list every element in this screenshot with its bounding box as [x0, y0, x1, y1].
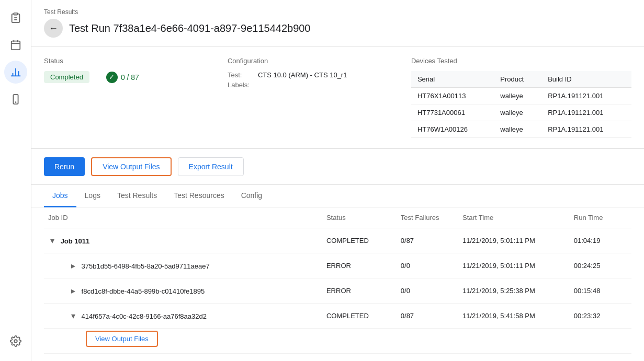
svg-point-13 [14, 340, 17, 343]
table-row: ▸ f8cd1c8f-dbbe-44a5-899b-c01410fe1895 E… [44, 278, 631, 304]
job-failures: 0/0 [397, 253, 458, 278]
tab-jobs[interactable]: Jobs [44, 185, 76, 207]
clipboard-icon[interactable] [4, 6, 27, 29]
job-id-cell: ▸ f8cd1c8f-dbbe-44a5-899b-c01410fe1895 [44, 278, 322, 304]
inner-view-output-button[interactable]: View Output Files [86, 331, 158, 347]
job-id-cell: ▾ 414f657a-4c0c-42c8-9166-aa76f8aa32d2 [44, 304, 322, 329]
info-section: Status Completed ✓ 0 / 87 Configuration … [31, 46, 644, 149]
job-status: ERROR [322, 278, 397, 304]
back-button[interactable]: ← [44, 19, 63, 38]
job-run-time: 01:04:19 [570, 228, 631, 253]
device-product: walleye [494, 88, 541, 104]
expand-button[interactable]: ▸ [69, 260, 77, 272]
job-start-time: 11/21/2019, 5:25:38 PM [458, 278, 570, 304]
expand-button[interactable]: ▸ [69, 285, 77, 297]
settings-icon[interactable] [4, 330, 27, 353]
devices-col: Devices Tested Serial Product Build ID H… [411, 57, 631, 138]
inner-view-row: View Output Files [44, 329, 631, 354]
device-serial: HT76X1A00113 [411, 88, 494, 104]
table-row: ▾ 414f657a-4c0c-42c8-9166-aa76f8aa32d2 C… [44, 304, 631, 329]
status-col: Status Completed ✓ 0 / 87 [44, 57, 228, 138]
calendar-icon[interactable] [4, 33, 27, 56]
check-icon: ✓ [106, 72, 118, 83]
devices-table: Serial Product Build ID HT76X1A00113 wal… [411, 71, 631, 138]
action-buttons: Rerun View Output Files Export Result [31, 149, 644, 185]
job-id-cell: ▾ Job 1011 [44, 228, 322, 253]
device-serial: HT7731A00061 [411, 104, 494, 121]
pass-indicator: ✓ 0 / 87 [106, 72, 139, 83]
tab-test-results[interactable]: Test Results [109, 185, 165, 207]
devices-row: HT7731A00061 walleye RP1A.191121.001 [411, 104, 631, 121]
svg-rect-0 [14, 13, 17, 15]
table-row: ▸ 375b1d55-6498-4fb5-8a20-5ad9711aeae7 E… [44, 253, 631, 278]
pass-count: 0 / 87 [121, 73, 139, 81]
col-run-time: Run Time [570, 207, 631, 228]
status-badge: Completed [44, 71, 89, 83]
job-status: ERROR [322, 253, 397, 278]
rerun-button[interactable]: Rerun [44, 157, 85, 176]
col-status: Status [322, 207, 397, 228]
col-start-time: Start Time [458, 207, 570, 228]
configuration-col: Configuration Test: CTS 10.0 (ARM) - CTS… [228, 57, 411, 138]
configuration-label: Configuration [228, 57, 411, 65]
devices-row: HT76X1A00113 walleye RP1A.191121.001 [411, 88, 631, 104]
page-title: Test Run 7f38a1e4-6e66-4091-a897-9e11544… [69, 22, 311, 34]
job-run-time: 00:24:25 [570, 253, 631, 278]
job-status: COMPLETED [322, 228, 397, 253]
view-output-button[interactable]: View Output Files [91, 157, 171, 176]
job-status: COMPLETED [322, 304, 397, 329]
col-job-id: Job ID [44, 207, 322, 228]
job-run-time: 00:15:48 [570, 278, 631, 304]
jobs-table: Job ID Status Test Failures Start Time R… [44, 207, 631, 354]
tab-config[interactable]: Config [233, 185, 270, 207]
config-test-val: CTS 10.0 (ARM) - CTS 10_r1 [258, 71, 347, 79]
expand-button[interactable]: ▾ [69, 310, 77, 322]
phone-icon[interactable] [4, 88, 27, 111]
devices-col-build: Build ID [541, 71, 631, 88]
devices-label: Devices Tested [411, 57, 631, 65]
sidebar [0, 0, 31, 361]
job-start-time: 11/21/2019, 5:01:11 PM [458, 253, 570, 278]
main-content: Test Results ← Test Run 7f38a1e4-6e66-40… [31, 0, 644, 361]
device-build-id: RP1A.191121.001 [541, 121, 631, 138]
inner-view-cell: View Output Files [44, 329, 631, 354]
devices-col-product: Product [494, 71, 541, 88]
devices-col-serial: Serial [411, 71, 494, 88]
tabs: Jobs Logs Test Results Test Resources Co… [31, 185, 644, 207]
header: Test Results ← Test Run 7f38a1e4-6e66-40… [31, 0, 644, 46]
breadcrumb: Test Results [44, 8, 631, 16]
job-id-cell: ▸ 375b1d55-6498-4fb5-8a20-5ad9711aeae7 [44, 253, 322, 278]
tab-logs[interactable]: Logs [76, 185, 109, 207]
job-start-time: 11/21/2019, 5:01:11 PM [458, 228, 570, 253]
job-run-time: 00:23:32 [570, 304, 631, 329]
export-button[interactable]: Export Result [178, 157, 244, 176]
jobs-section: Job ID Status Test Failures Start Time R… [31, 207, 644, 361]
table-row: ▾ Job 1011 COMPLETED 0/87 11/21/2019, 5:… [44, 228, 631, 253]
job-start-time: 11/21/2019, 5:41:58 PM [458, 304, 570, 329]
config-labels-key: Labels: [228, 81, 254, 89]
device-product: walleye [494, 104, 541, 121]
device-serial: HT76W1A00126 [411, 121, 494, 138]
device-build-id: RP1A.191121.001 [541, 104, 631, 121]
config-test-key: Test: [228, 71, 254, 79]
job-failures: 0/0 [397, 278, 458, 304]
device-product: walleye [494, 121, 541, 138]
job-failures: 0/87 [397, 304, 458, 329]
expand-button[interactable]: ▾ [48, 235, 57, 247]
svg-rect-3 [11, 41, 20, 50]
chart-icon[interactable] [4, 61, 27, 84]
tab-test-resources[interactable]: Test Resources [165, 185, 232, 207]
device-build-id: RP1A.191121.001 [541, 88, 631, 104]
status-label: Status [44, 57, 228, 65]
devices-row: HT76W1A00126 walleye RP1A.191121.001 [411, 121, 631, 138]
col-failures: Test Failures [397, 207, 458, 228]
job-failures: 0/87 [397, 228, 458, 253]
